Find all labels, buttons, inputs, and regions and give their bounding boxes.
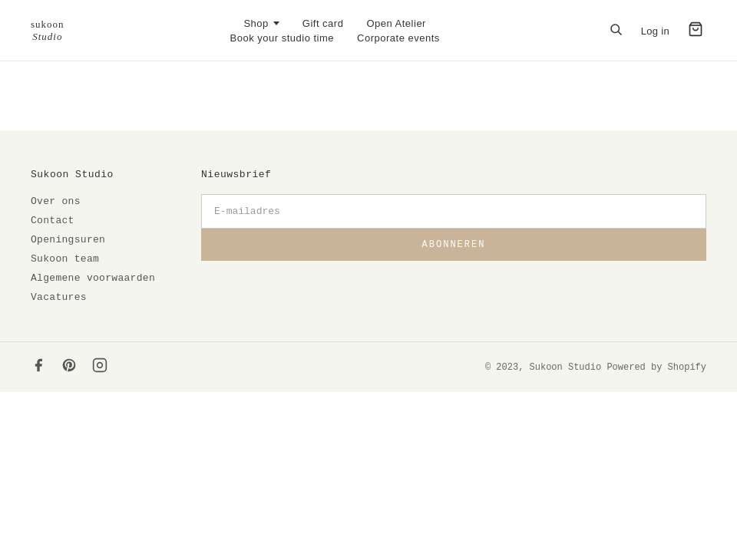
footer-studio-heading: Sukoon Studio — [31, 169, 155, 180]
email-input[interactable] — [201, 194, 706, 229]
shop-dropdown-icon — [273, 21, 279, 25]
login-button[interactable]: Log in — [638, 21, 673, 41]
list-item: Over ons — [31, 194, 155, 207]
logo[interactable]: sukoon Studio — [31, 18, 64, 42]
footer-link-vacatures[interactable]: Vacatures — [31, 292, 87, 303]
svg-point-5 — [103, 361, 104, 362]
search-button[interactable] — [606, 19, 626, 42]
nav-row-bottom: Book your studio time Corporate events — [230, 32, 440, 44]
header-icons: Log in — [606, 18, 706, 43]
footer-link-voorwaarden[interactable]: Algemene voorwaarden — [31, 272, 155, 284]
subscribe-button[interactable]: ABONNEREN — [201, 229, 706, 261]
main-content — [0, 61, 737, 130]
svg-point-4 — [97, 363, 103, 368]
copyright-text: © 2023, Sukoon Studio Powered by Shopify — [485, 362, 706, 373]
logo-line2: Studio — [31, 31, 64, 43]
footer-studio-links: Over ons Contact Openingsuren Sukoon tea… — [31, 194, 155, 303]
pinterest-icon — [61, 357, 77, 373]
social-icons — [31, 357, 107, 377]
list-item: Vacatures — [31, 290, 155, 303]
cart-button[interactable] — [685, 18, 706, 43]
nav-gift-card[interactable]: Gift card — [302, 18, 344, 29]
site-header: sukoon Studio Shop Gift card Open Atelie… — [0, 0, 737, 61]
footer-top: Sukoon Studio Over ons Contact Openingsu… — [31, 169, 706, 341]
svg-line-1 — [618, 31, 621, 35]
footer-link-openingsuren[interactable]: Openingsuren — [31, 234, 105, 245]
newsletter-form: ABONNEREN — [201, 194, 706, 261]
nav-book-studio[interactable]: Book your studio time — [230, 32, 335, 44]
footer-studio-section: Sukoon Studio Over ons Contact Openingsu… — [31, 169, 155, 303]
newsletter-heading: Nieuwsbrief — [201, 169, 706, 180]
svg-rect-3 — [94, 359, 107, 372]
list-item: Algemene voorwaarden — [31, 271, 155, 284]
footer-newsletter-section: Nieuwsbrief ABONNEREN — [201, 169, 706, 303]
main-nav: Shop Gift card Open Atelier Book your st… — [64, 18, 606, 44]
nav-shop[interactable]: Shop — [243, 18, 279, 29]
nav-row-top: Shop Gift card Open Atelier — [243, 18, 426, 29]
site-footer: Sukoon Studio Over ons Contact Openingsu… — [0, 130, 737, 392]
pinterest-link[interactable] — [61, 357, 77, 377]
logo-line1: sukoon — [31, 18, 64, 30]
footer-link-over-ons[interactable]: Over ons — [31, 196, 81, 207]
instagram-icon — [92, 357, 107, 373]
list-item: Openingsuren — [31, 232, 155, 245]
list-item: Sukoon team — [31, 252, 155, 265]
footer-bottom: © 2023, Sukoon Studio Powered by Shopify — [0, 341, 737, 392]
facebook-link[interactable] — [31, 357, 46, 377]
cart-icon — [688, 21, 703, 37]
footer-link-contact[interactable]: Contact — [31, 215, 74, 226]
nav-open-atelier[interactable]: Open Atelier — [366, 18, 426, 29]
nav-corporate[interactable]: Corporate events — [357, 32, 440, 44]
instagram-link[interactable] — [92, 357, 107, 377]
facebook-icon — [31, 357, 46, 373]
search-icon — [609, 22, 623, 36]
svg-point-0 — [611, 25, 620, 33]
footer-link-team[interactable]: Sukoon team — [31, 253, 99, 265]
list-item: Contact — [31, 213, 155, 226]
